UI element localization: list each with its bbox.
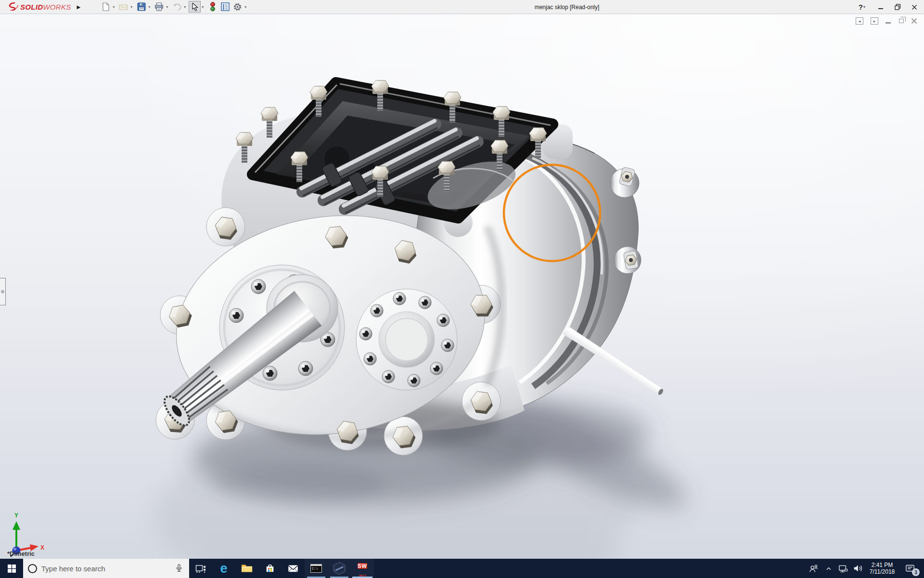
taskbar-command-prompt-button[interactable]: C:\	[305, 559, 328, 578]
print-icon	[154, 2, 164, 11]
doc-minimize-button[interactable]	[886, 18, 891, 24]
triad-x-label: X	[40, 544, 44, 551]
network-icon	[837, 563, 848, 574]
save-floppy-icon	[137, 2, 146, 11]
window-title: menjac sklop [Read-only]	[535, 4, 600, 11]
triad-y-label: Y	[14, 512, 18, 519]
command-prompt-label: C:\	[312, 567, 318, 571]
taskbar-mail-button[interactable]	[282, 559, 305, 578]
system-tray: 2:41 PM 7/11/2018 3	[805, 559, 924, 578]
traffic-light-icon	[210, 2, 216, 12]
file-explorer-icon	[240, 563, 254, 574]
undo-button[interactable]	[171, 1, 183, 13]
tray-overflow-button[interactable]	[822, 559, 835, 578]
task-view-icon	[194, 562, 207, 575]
taskbar-store-button[interactable]	[258, 559, 282, 578]
graphics-area[interactable]: ◂ ▸ Y X *Dimetric	[0, 14, 924, 559]
search-input[interactable]	[41, 565, 169, 573]
dropdown-caret[interactable]: ▾	[202, 5, 204, 9]
select-cursor-icon	[192, 3, 198, 11]
minimize-icon	[878, 4, 884, 10]
action-center-button[interactable]: 3	[899, 559, 921, 578]
new-document-icon	[102, 2, 110, 11]
dropdown-caret: ▾	[863, 5, 865, 9]
doc-close-icon	[911, 18, 917, 24]
dropdown-caret[interactable]: ▾	[166, 5, 168, 9]
taskbar-file-explorer-button[interactable]	[235, 559, 258, 578]
command-prompt-icon: C:\	[310, 564, 322, 573]
taskbar-task-view-button[interactable]	[189, 559, 212, 578]
taskbar-edrawings-button[interactable]	[328, 559, 351, 578]
print-button[interactable]	[153, 1, 165, 13]
dropdown-caret[interactable]: ▾	[130, 5, 132, 9]
view-orientation-label: *Dimetric	[7, 550, 35, 557]
clock-time: 2:41 PM	[865, 562, 899, 568]
open-folder-icon	[119, 3, 128, 11]
taskbar-edge-button[interactable]: e	[212, 559, 235, 578]
minimize-button[interactable]	[877, 3, 885, 11]
titlebar: SOLIDWORKS ▶ ▾ ▾	[0, 0, 924, 14]
microphone-icon[interactable]	[174, 562, 184, 575]
solidworks-2017-icon: SW 2017	[355, 561, 370, 576]
select-tool-button[interactable]	[189, 1, 201, 13]
doc-restore-icon	[899, 19, 904, 23]
sw-cube-label: SW	[358, 563, 367, 569]
brand-solid: SOLID	[20, 3, 43, 11]
new-document-button[interactable]	[100, 1, 112, 13]
doc-prev-button[interactable]: ◂	[856, 17, 863, 25]
microsoft-store-icon	[264, 562, 276, 575]
close-icon	[911, 4, 917, 10]
rebuild-button[interactable]	[206, 1, 218, 13]
taskbar-solidworks-button[interactable]: SW 2017	[351, 559, 374, 578]
solidworks-logo: SOLIDWORKS	[8, 2, 71, 12]
properties-list-icon	[221, 2, 230, 11]
speaker-icon	[851, 563, 864, 574]
save-button[interactable]	[135, 1, 147, 13]
window-controls: ? ▾	[859, 0, 918, 14]
dropdown-caret[interactable]: ▾	[148, 5, 150, 9]
doc-minimize-icon	[886, 22, 891, 24]
featuremanager-tab-dot	[1, 290, 4, 293]
doc-next-button[interactable]: ▸	[871, 17, 878, 25]
open-document-button[interactable]	[117, 1, 129, 13]
network-button[interactable]	[835, 559, 850, 578]
windows-taskbar: e C:\	[0, 559, 924, 578]
people-icon	[807, 562, 820, 575]
toolbar-flyout-arrow[interactable]: ▶	[77, 4, 81, 10]
featuremanager-collapsed-tab[interactable]	[0, 278, 6, 305]
options-button[interactable]	[231, 1, 244, 13]
help-icon: ?	[859, 3, 863, 11]
display-settings-button[interactable]	[219, 1, 231, 13]
undo-arrow-icon	[172, 3, 182, 11]
clock-date: 7/11/2018	[865, 568, 899, 575]
windows-logo-icon	[8, 565, 16, 573]
gearbox-scene	[0, 14, 924, 559]
dropdown-caret[interactable]: ▾	[244, 5, 246, 9]
notification-badge: 3	[912, 568, 920, 576]
bearing-cover-ring	[356, 289, 457, 390]
mail-icon	[287, 563, 299, 574]
dropdown-caret[interactable]: ▾	[184, 5, 186, 9]
document-window-controls: ◂ ▸	[856, 17, 917, 25]
gear-icon	[233, 2, 242, 12]
dropdown-caret[interactable]: ▾	[113, 5, 115, 9]
taskbar-search[interactable]	[23, 559, 189, 578]
doc-restore-button[interactable]	[898, 19, 904, 23]
brand-works: WORKS	[43, 3, 71, 11]
taskbar-clock[interactable]: 2:41 PM 7/11/2018	[865, 559, 899, 578]
start-button[interactable]	[0, 559, 23, 578]
volume-button[interactable]	[850, 559, 865, 578]
chevron-up-icon	[824, 564, 834, 573]
doc-close-button[interactable]	[911, 18, 917, 24]
edge-icon: e	[220, 562, 227, 575]
solidworks-window: SOLIDWORKS ▶ ▾ ▾	[0, 0, 924, 578]
edrawings-hexagon-icon	[333, 562, 346, 575]
help-button[interactable]: ? ▾	[859, 3, 868, 11]
quick-access-toolbar: ▾ ▾ ▾	[100, 1, 249, 13]
people-button[interactable]	[805, 559, 822, 578]
restore-icon	[895, 4, 901, 10]
ds-logo-icon	[8, 2, 19, 12]
cortana-icon	[28, 564, 37, 573]
close-button[interactable]	[911, 3, 918, 11]
restore-button[interactable]	[894, 3, 901, 11]
